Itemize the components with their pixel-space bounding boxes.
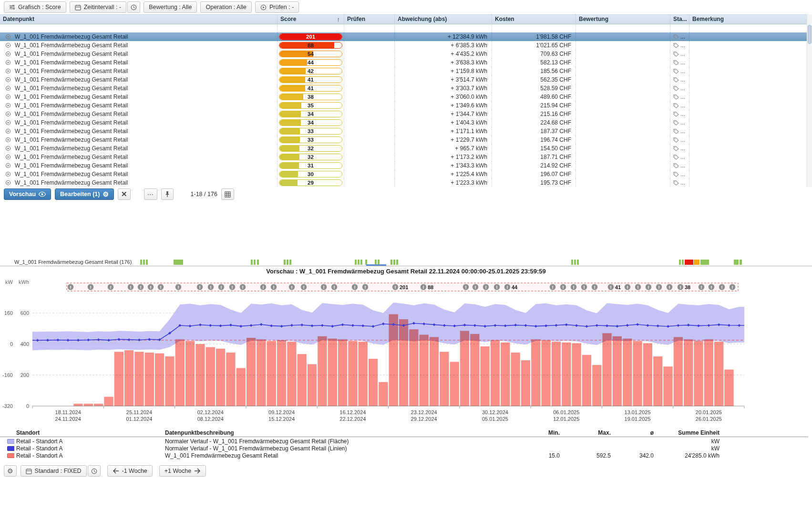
column-header-status[interactable]: Sta...	[670, 15, 689, 24]
column-header-datenpunkt[interactable]: Datenpunkt	[0, 15, 278, 24]
score-bar: 34	[279, 111, 342, 117]
check-cell	[344, 75, 395, 84]
svg-text:!: !	[573, 284, 574, 290]
column-header-kosten[interactable]: Kosten	[492, 15, 576, 24]
svg-text:!: !	[160, 284, 161, 290]
standard-interval-button[interactable]: Standard : FIXED	[21, 465, 87, 477]
clock-icon	[91, 468, 97, 474]
svg-text:!: !	[594, 284, 595, 290]
score-cell: 32	[278, 144, 344, 153]
datapoint-target-icon	[5, 94, 11, 100]
score-bar: 44	[279, 59, 342, 66]
datapoint-target-icon	[5, 146, 11, 151]
rating-filter-button[interactable]: Bewertung : Alle	[144, 1, 197, 13]
table-row[interactable]: W_1_001 Fremdwärmebezug Gesamt Retail30+…	[0, 170, 807, 178]
operation-filter-button[interactable]: Operation : Alle	[200, 1, 251, 13]
status-cell: ...	[670, 153, 689, 161]
table-row[interactable]: W_1_001 Fremdwärmebezug Gesamt Retail41+…	[0, 75, 807, 84]
score-bar: 201	[279, 33, 342, 40]
score-cell: 54	[278, 50, 344, 58]
check-cell	[344, 101, 395, 110]
table-scrollbar[interactable]	[807, 14, 812, 187]
status-cell: ...	[670, 144, 689, 153]
grid-body: W_1_001 Fremdwärmebezug Gesamt Retail201…	[0, 32, 807, 187]
pagination-label: 1-18 / 176	[187, 191, 221, 198]
rating-cell	[576, 178, 670, 187]
time-interval-button[interactable]: Zeitintervall : -	[70, 1, 127, 13]
sort-ascending-icon[interactable]: ↑	[337, 15, 341, 24]
deviation-cell: + 1'404.3 kWh	[395, 118, 492, 127]
table-row[interactable]: W_1_001 Fremdwärmebezug Gesamt Retail42+…	[0, 67, 807, 75]
deviation-cell: + 3'060.0 kWh	[395, 93, 492, 101]
preview-button[interactable]: Vorschau	[4, 188, 51, 200]
svg-text:!: !	[303, 284, 304, 290]
table-row[interactable]: W_1_001 Fremdwärmebezug Gesamt Retail34+…	[0, 118, 807, 127]
svg-text:!: !	[627, 284, 628, 290]
table-row[interactable]: W_1_001 Fremdwärmebezug Gesamt Retail33+…	[0, 127, 807, 136]
column-header-abweichung[interactable]: Abweichung (abs)	[395, 15, 492, 24]
deviation-cell: + 965.7 kWh	[395, 144, 492, 153]
table-row[interactable]: W_1_001 Fremdwärmebezug Gesamt Retail33+…	[0, 136, 807, 144]
svg-text:08.12.2024: 08.12.2024	[197, 416, 224, 422]
score-cell: 35	[278, 101, 344, 110]
clear-selection-button[interactable]: ✕	[118, 188, 131, 200]
legend-beschreibung: Normaler Verlauf - W_1_001 Fremdwärmebez…	[163, 438, 509, 445]
svg-text:!: !	[364, 284, 366, 290]
more-options-button[interactable]: ⋯	[144, 188, 157, 200]
preview-chart[interactable]: 1606000400-160200-3200kWkWh18.11.202424.…	[0, 277, 812, 426]
table-row[interactable]: W_1_001 Fremdwärmebezug Gesamt Retail38+…	[0, 93, 807, 101]
previous-week-button[interactable]: -1 Woche	[107, 465, 153, 477]
overview-tick	[358, 260, 360, 265]
svg-text:400: 400	[21, 341, 29, 347]
column-header-pruefen[interactable]: Prüfen	[344, 15, 395, 24]
table-row[interactable]: W_1_001 Fremdwärmebezug Gesamt Retail54+…	[0, 50, 807, 58]
column-header-score[interactable]: Score↑	[278, 15, 344, 24]
score-cell: 29	[278, 178, 344, 187]
overview-tick	[571, 260, 573, 265]
table-row[interactable]: W_1_001 Fremdwärmebezug Gesamt Retail88+…	[0, 41, 807, 50]
check-filter-label: Prüfen : -	[269, 4, 294, 10]
pin-button[interactable]	[161, 188, 174, 200]
table-row[interactable]: W_1_001 Fremdwärmebezug Gesamt Retail201…	[0, 32, 807, 41]
table-row[interactable]: W_1_001 Fremdwärmebezug Gesamt Retail34+…	[0, 110, 807, 118]
check-filter-button[interactable]: Prüfen : -	[255, 1, 299, 13]
edit-button[interactable]: Bearbeiten (1) ⚙	[55, 188, 114, 200]
table-row[interactable]: W_1_001 Fremdwärmebezug Gesamt Retail29+…	[0, 178, 807, 187]
svg-text:!: !	[333, 284, 335, 290]
legend-summe: 24'285.0 kWh	[656, 452, 721, 459]
tag-icon	[673, 69, 679, 74]
overview-tick	[740, 260, 742, 265]
overview-strip[interactable]: W_1_001 Fremdwärmebezug Gesamt Retail (1…	[0, 258, 812, 266]
remark-cell	[689, 67, 807, 75]
datapoint-cell: W_1_001 Fremdwärmebezug Gesamt Retail	[0, 58, 278, 67]
rating-cell	[576, 161, 670, 170]
remark-cell	[689, 118, 807, 127]
table-row[interactable]: W_1_001 Fremdwärmebezug Gesamt Retail35+…	[0, 101, 807, 110]
table-row[interactable]: W_1_001 Fremdwärmebezug Gesamt Retail44+…	[0, 58, 807, 67]
svg-text:!: !	[637, 284, 638, 290]
column-header-bemerkung[interactable]: Bemerkung	[689, 15, 807, 24]
next-week-button[interactable]: +1 Woche	[159, 465, 206, 477]
time-button[interactable]	[88, 465, 101, 477]
settings-button[interactable]: ⚙	[4, 465, 17, 477]
legend-standort: Retail - Standort A	[14, 452, 163, 459]
svg-text:!: !	[220, 284, 222, 290]
overview-tick	[174, 260, 183, 265]
column-header-bewertung[interactable]: Bewertung	[576, 15, 670, 24]
svg-text:!: !	[354, 284, 355, 290]
time-button[interactable]	[127, 1, 140, 13]
check-cell	[344, 136, 395, 144]
legend-header-max: Max.	[562, 429, 613, 436]
table-row[interactable]: W_1_001 Fremdwärmebezug Gesamt Retail32+…	[0, 144, 807, 153]
scrollbar-thumb[interactable]	[808, 25, 812, 44]
check-cell	[344, 127, 395, 136]
table-row[interactable]: W_1_001 Fremdwärmebezug Gesamt Retail41+…	[0, 84, 807, 93]
arrow-left-icon	[113, 468, 119, 474]
table-row[interactable]: W_1_001 Fremdwärmebezug Gesamt Retail31+…	[0, 161, 807, 170]
cost-cell: 154.50 CHF	[492, 144, 576, 153]
table-view-button[interactable]	[221, 188, 234, 200]
graph-mode-button[interactable]: Grafisch : Score	[4, 1, 66, 13]
table-row[interactable]: W_1_001 Fremdwärmebezug Gesamt Retail32+…	[0, 153, 807, 161]
rating-cell	[576, 127, 670, 136]
chart-legend: Standort Datenpunktbeschreibung Min. Max…	[0, 429, 812, 459]
